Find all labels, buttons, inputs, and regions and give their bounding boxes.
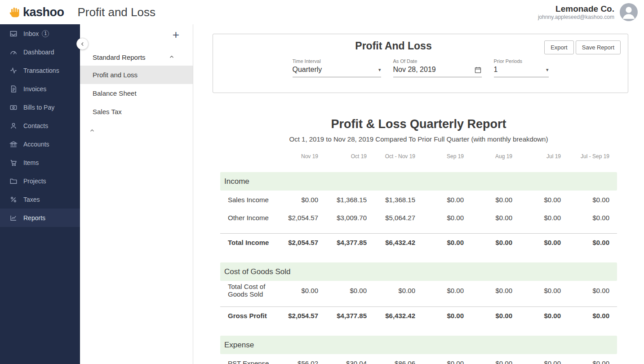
- sidebar-item-reports[interactable]: Reports: [0, 209, 80, 227]
- section-name: Expense: [224, 341, 254, 350]
- row-value: $0.00: [464, 196, 512, 204]
- report-item-balance-sheet[interactable]: Balance Sheet: [80, 84, 193, 102]
- sidebar-item-bills-to-pay[interactable]: Bills to Pay: [0, 98, 80, 116]
- row-value: $6,432.42: [367, 239, 415, 246]
- user-meta: Lemonade Co. johnny.appleseed@kashoo.com: [538, 4, 614, 21]
- row-value: $0.00: [512, 312, 561, 320]
- table-row-other-income: Other Income $2,054.57 $3,009.70 $5,064.…: [220, 209, 617, 226]
- primary-sidebar: Inbox 1 Dashboard Transactions Invoices: [0, 24, 80, 364]
- items-icon: [9, 159, 18, 167]
- section-name: Cost of Goods Sold: [224, 267, 290, 276]
- report-table: Nov 19 Oct 19 Oct - Nov 19 Sep 19 Aug 19…: [220, 152, 617, 364]
- column-header: Jul 19: [512, 153, 561, 160]
- sidebar-item-label: Contacts: [23, 122, 48, 129]
- table-row-pst-expense: PST Expense $56.02 $30.04 $86.06 $0.00 $…: [220, 354, 617, 364]
- row-value: $1,368.15: [367, 196, 415, 204]
- taxes-icon: [9, 195, 18, 204]
- inbox-badge: 1: [42, 30, 49, 37]
- prior-periods-select[interactable]: Prior Periods 1 ▾: [494, 58, 549, 77]
- row-value: $4,377.85: [318, 239, 367, 246]
- sidebar-item-projects[interactable]: Projects: [0, 172, 80, 190]
- row-label: Total Income: [224, 239, 270, 246]
- add-report-button[interactable]: +: [173, 29, 179, 40]
- sidebar-item-inbox[interactable]: Inbox 1: [0, 24, 80, 43]
- transactions-icon: [9, 67, 18, 75]
- row-label: Other Income: [224, 214, 270, 222]
- user-avatar[interactable]: [620, 3, 638, 21]
- sidebar-item-label: Projects: [23, 178, 46, 185]
- table-row-total-income: Total Income $2,054.57 $4,377.85 $6,432.…: [220, 233, 617, 251]
- standard-reports-header[interactable]: Standard Reports: [80, 49, 193, 66]
- row-value: $0.00: [512, 287, 561, 294]
- sidebar-item-dashboard[interactable]: Dashboard: [0, 43, 80, 61]
- inbox-icon: [9, 30, 18, 38]
- row-value: $0.00: [270, 196, 318, 204]
- sidebar-item-label: Reports: [23, 214, 45, 222]
- row-value: $0.00: [415, 239, 464, 246]
- row-value: $0.00: [512, 360, 561, 364]
- logo-text: kashoo: [23, 5, 64, 19]
- report-title: Profit & Loss Quarterly Report: [193, 117, 644, 131]
- reports-icon: [9, 214, 18, 222]
- report-item-label: Balance Sheet: [93, 89, 137, 97]
- app-body: Inbox 1 Dashboard Transactions Invoices: [0, 24, 644, 364]
- row-value: $0.00: [512, 196, 561, 204]
- report-item-profit-and-loss[interactable]: Profit and Loss: [80, 66, 193, 84]
- report-item-label: Sales Tax: [93, 108, 122, 115]
- sidebar-item-invoices[interactable]: Invoices: [0, 80, 80, 98]
- contacts-icon: [9, 122, 18, 130]
- table-row-sales-income: Sales Income $0.00 $1,368.15 $1,368.15 $…: [220, 191, 617, 209]
- page-title: Profit and Loss: [78, 5, 155, 19]
- row-value: $0.00: [270, 287, 318, 294]
- row-label: Total Cost of Goods Sold: [224, 283, 270, 298]
- kashoo-logo[interactable]: kashoo: [9, 5, 64, 19]
- invoices-icon: [9, 85, 18, 93]
- row-label: PST Expense: [224, 360, 270, 364]
- column-header: Jul - Sep 19: [561, 153, 609, 160]
- sidebar-item-label: Bills to Pay: [23, 104, 54, 111]
- time-interval-value: Quarterly: [293, 66, 322, 74]
- row-value: $6,432.42: [367, 312, 415, 320]
- row-value: $2,054.57: [270, 239, 318, 246]
- column-header: Sep 19: [415, 153, 464, 160]
- time-interval-label: Time Interval: [293, 58, 381, 64]
- sidebar-item-items[interactable]: Items: [0, 153, 80, 172]
- sidebar-item-label: Items: [23, 159, 39, 166]
- row-value: $0.00: [561, 287, 609, 294]
- table-row-gross-profit: Gross Profit $2,054.57 $4,377.85 $6,432.…: [220, 306, 617, 324]
- row-value: $0.00: [464, 214, 512, 222]
- time-interval-select[interactable]: Time Interval Quarterly ▾: [293, 58, 381, 77]
- section-header-cogs: Cost of Goods Sold: [220, 262, 617, 281]
- dropdown-caret-icon: ▾: [546, 67, 549, 73]
- section-header-income: Income: [220, 172, 617, 191]
- row-value: $0.00: [464, 239, 512, 246]
- topbar: kashoo Profit and Loss Lemonade Co. john…: [0, 0, 644, 24]
- sidebar-item-contacts[interactable]: Contacts: [0, 116, 80, 135]
- row-value: $0.00: [415, 312, 464, 320]
- report-control-panel: Profit And Loss Export Save Report Time …: [213, 34, 628, 93]
- report-item-label: Profit and Loss: [93, 71, 138, 79]
- export-button[interactable]: Export: [544, 40, 574, 54]
- row-value: $4,377.85: [318, 312, 367, 320]
- sidebar-item-transactions[interactable]: Transactions: [0, 61, 80, 80]
- as-of-date-field[interactable]: As Of Date Nov 28, 2019: [393, 58, 482, 77]
- control-panel-buttons: Export Save Report: [544, 40, 621, 54]
- sidebar-item-taxes[interactable]: Taxes: [0, 190, 80, 209]
- collapse-panel-button[interactable]: [76, 38, 89, 50]
- collapse-section-button[interactable]: [89, 127, 99, 134]
- reports-panel: + Standard Reports Profit and Loss Balan…: [80, 24, 193, 364]
- save-report-button[interactable]: Save Report: [576, 40, 621, 54]
- report-item-sales-tax[interactable]: Sales Tax: [80, 102, 193, 121]
- column-header-row: Nov 19 Oct 19 Oct - Nov 19 Sep 19 Aug 19…: [220, 152, 617, 161]
- row-value: $0.00: [464, 287, 512, 294]
- sidebar-item-label: Dashboard: [23, 49, 54, 56]
- table-row-total-cogs: Total Cost of Goods Sold $0.00 $0.00 $0.…: [220, 281, 617, 300]
- main-content: Profit And Loss Export Save Report Time …: [193, 24, 644, 364]
- sidebar-item-label: Invoices: [23, 85, 46, 93]
- row-value: $0.00: [512, 239, 561, 246]
- row-value: $0.00: [561, 214, 609, 222]
- chevron-up-icon: [169, 54, 175, 60]
- calendar-icon[interactable]: [474, 66, 482, 74]
- reports-panel-toolbar: +: [80, 24, 193, 49]
- sidebar-item-accounts[interactable]: Accounts: [0, 135, 80, 153]
